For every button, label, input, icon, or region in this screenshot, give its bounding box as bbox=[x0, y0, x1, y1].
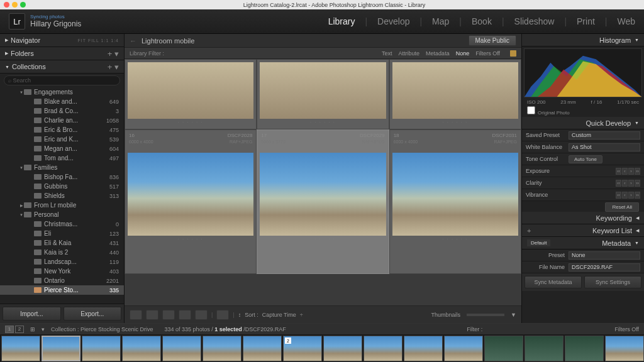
keyword-list-header[interactable]: +Keyword List◀ bbox=[522, 224, 644, 237]
loupe-view-icon[interactable] bbox=[146, 310, 158, 320]
thumbnail-size[interactable]: Thumbnails bbox=[431, 312, 461, 318]
grid-cell[interactable]: · · · · · · bbox=[125, 59, 257, 129]
grid-icon[interactable]: ⊞ bbox=[30, 326, 35, 332]
grid-cell[interactable]: 16DSCF20286000 x 4000RAF+JPEG· · · · · · bbox=[125, 129, 257, 274]
module-slideshow[interactable]: Slideshow bbox=[514, 16, 555, 26]
sync-settings-button[interactable]: Sync Settings bbox=[584, 276, 641, 288]
navigator-header[interactable]: ▶ Navigator FIT FILL 1:1 1:4 bbox=[0, 34, 124, 47]
minimize-icon[interactable] bbox=[12, 2, 18, 8]
grid-cell[interactable]: 17DSCF20295666 x 3778RAF+JPEG· · · · · · bbox=[257, 129, 389, 274]
collection-item[interactable]: Kaia is 2440 bbox=[0, 248, 124, 257]
collection-item[interactable]: Eric and K...539 bbox=[0, 134, 124, 144]
filmstrip-thumb[interactable] bbox=[203, 336, 242, 361]
module-library[interactable]: Library bbox=[328, 16, 355, 26]
collection-item[interactable]: New York403 bbox=[0, 266, 124, 276]
export-button[interactable]: Export... bbox=[64, 307, 122, 321]
filmstrip-thumb[interactable] bbox=[122, 336, 161, 361]
collection-item[interactable]: Bishop Fa...836 bbox=[0, 172, 124, 182]
close-icon[interactable] bbox=[4, 2, 9, 8]
metadata-header[interactable]: DefaultMetadata▼ bbox=[522, 237, 644, 250]
back-icon[interactable]: ← bbox=[130, 37, 136, 45]
filmstrip-thumb[interactable] bbox=[364, 336, 402, 361]
histogram[interactable] bbox=[524, 48, 642, 97]
grid-cell[interactable]: · · · · · · bbox=[257, 59, 389, 129]
collection-item[interactable]: Megan an...604 bbox=[0, 144, 124, 153]
collection-item[interactable]: Gubbins517 bbox=[0, 182, 124, 191]
collection-item[interactable]: Blake and...649 bbox=[0, 97, 124, 106]
collection-item[interactable]: ▶From Lr mobile bbox=[0, 200, 124, 210]
stepper[interactable]: ‹‹ bbox=[616, 168, 621, 175]
filters-off-label[interactable]: Filters Off bbox=[614, 326, 639, 332]
filter-metadata[interactable]: Metadata bbox=[426, 50, 450, 57]
filmstrip-thumb[interactable] bbox=[42, 336, 80, 361]
collection-item[interactable]: Eric & Bro...475 bbox=[0, 125, 124, 134]
chevron-down-icon[interactable]: ▼ bbox=[511, 312, 516, 318]
metadata-preset[interactable]: None bbox=[569, 251, 640, 260]
preset-select[interactable]: Custom bbox=[569, 131, 640, 140]
module-develop[interactable]: Develop bbox=[377, 16, 409, 26]
filmstrip-thumb[interactable] bbox=[565, 336, 604, 361]
people-view-icon[interactable] bbox=[195, 310, 208, 320]
quick-develop-header[interactable]: Quick Develop▼ bbox=[522, 117, 644, 129]
histogram-header[interactable]: Histogram▼ bbox=[522, 34, 644, 47]
keywording-header[interactable]: Keywording◀ bbox=[522, 212, 644, 224]
grid-view-icon[interactable] bbox=[130, 310, 142, 320]
compare-view-icon[interactable] bbox=[162, 310, 175, 320]
wb-select[interactable]: As Shot bbox=[569, 143, 640, 151]
sync-metadata-button[interactable]: Sync Metadata bbox=[525, 276, 582, 288]
filmstrip-thumb[interactable] bbox=[444, 336, 483, 361]
collection-item[interactable]: ▼Families bbox=[0, 163, 124, 172]
reset-all-button[interactable]: Reset All bbox=[605, 202, 639, 212]
collections-header[interactable]: ▼ Collections + ▾ bbox=[0, 60, 124, 74]
collection-item[interactable]: Eli123 bbox=[0, 229, 124, 238]
sort-direction-icon[interactable]: ↕ bbox=[238, 312, 242, 318]
collection-item[interactable]: Brad & Co...3 bbox=[0, 106, 124, 116]
grid-cell[interactable]: 18DSCF20316000 x 4000RAF+JPEG· · · · · · bbox=[389, 129, 521, 274]
breadcrumb-path[interactable]: Lightroom mobile bbox=[142, 37, 194, 45]
collection-item[interactable]: Christmas...0 bbox=[0, 219, 124, 229]
plus-icon[interactable]: + ▾ bbox=[108, 62, 119, 72]
folders-header[interactable]: ▶ Folders + ▾ bbox=[0, 47, 124, 60]
maximize-icon[interactable] bbox=[20, 2, 26, 8]
original-photo-check[interactable]: Original Photo bbox=[522, 105, 644, 117]
search-input[interactable]: ⌕ Search bbox=[4, 75, 120, 85]
collection-item[interactable]: ▼Engagements bbox=[0, 87, 124, 97]
filmstrip-thumb[interactable] bbox=[404, 336, 443, 361]
filmstrip-thumb[interactable] bbox=[525, 336, 564, 361]
painter-icon[interactable] bbox=[216, 310, 229, 320]
secondary-display[interactable]: 1 2 bbox=[5, 326, 24, 333]
filmstrip-thumb[interactable]: 2 bbox=[283, 336, 322, 361]
sort-value[interactable]: Capture Time bbox=[262, 312, 296, 318]
module-book[interactable]: Book bbox=[472, 16, 492, 26]
filmstrip-thumb[interactable] bbox=[82, 336, 121, 361]
collection-item[interactable]: Ontario2201 bbox=[0, 276, 124, 285]
plus-icon[interactable]: + ▾ bbox=[108, 49, 119, 58]
make-public-button[interactable]: Make Public bbox=[469, 35, 516, 46]
collection-item[interactable]: Eli & Kaia431 bbox=[0, 238, 124, 248]
filmstrip-thumb[interactable] bbox=[323, 336, 362, 361]
grid-cell[interactable]: · · · · · · bbox=[389, 59, 521, 129]
collection-item[interactable]: ▼Personal bbox=[0, 210, 124, 219]
auto-tone-button[interactable]: Auto Tone bbox=[569, 155, 602, 163]
filter-text[interactable]: Text bbox=[382, 50, 392, 57]
collection-item[interactable]: Shields313 bbox=[0, 191, 124, 200]
module-web[interactable]: Web bbox=[617, 16, 635, 26]
survey-view-icon[interactable] bbox=[179, 310, 191, 320]
import-button[interactable]: Import... bbox=[3, 307, 61, 321]
filmstrip-thumb[interactable] bbox=[484, 336, 523, 361]
filmstrip-thumb[interactable] bbox=[162, 336, 201, 361]
filmstrip-thumb[interactable] bbox=[605, 336, 644, 361]
filmstrip-thumb[interactable] bbox=[243, 336, 282, 361]
module-map[interactable]: Map bbox=[432, 16, 449, 26]
filmstrip-thumb[interactable] bbox=[1, 336, 40, 361]
filters-off[interactable]: Filters Off bbox=[475, 50, 500, 57]
file-name-field[interactable]: DSCF2029.RAF bbox=[569, 263, 640, 272]
identity-plate[interactable]: Lr Syncing photos Hillary Grigonis bbox=[9, 13, 81, 30]
collection-item[interactable]: Tom and...497 bbox=[0, 153, 124, 163]
filter-none[interactable]: None bbox=[456, 50, 470, 57]
module-print[interactable]: Print bbox=[577, 16, 595, 26]
collection-item[interactable]: Pierce Sto...335 bbox=[0, 285, 124, 295]
collection-item[interactable]: Charlie an...1058 bbox=[0, 116, 124, 125]
filter-attribute[interactable]: Attribute bbox=[399, 50, 420, 57]
collection-item[interactable]: Landscap...119 bbox=[0, 257, 124, 266]
